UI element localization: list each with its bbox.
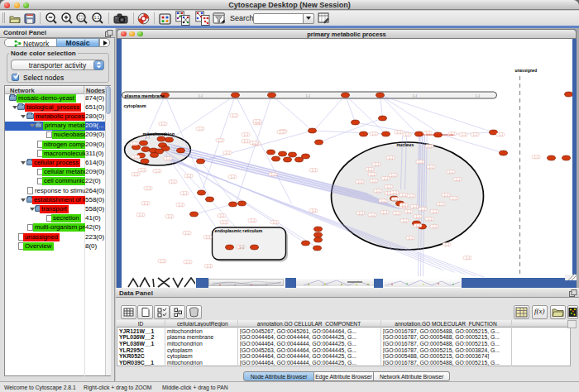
- svg-text:[....]: [....]: [271, 173, 275, 176]
- svg-text:[....]: [....]: [160, 260, 165, 263]
- svg-text:[....]: [....]: [231, 175, 235, 179]
- svg-text:[....]: [....]: [187, 174, 191, 178]
- svg-text:[....]: [....]: [433, 225, 437, 228]
- svg-text:[....]: [....]: [232, 114, 237, 117]
- svg-text:[....]: [....]: [146, 187, 151, 190]
- svg-text:[....]: [....]: [359, 212, 363, 215]
- svg-text:[....]: [....]: [462, 133, 466, 136]
- svg-text:[....]: [....]: [419, 160, 423, 164]
- svg-text:[...]: [...]: [199, 94, 203, 98]
- svg-text:[....]: [....]: [186, 261, 190, 264]
- svg-text:[....]: [....]: [439, 203, 443, 206]
- svg-text:[....]: [....]: [244, 140, 248, 143]
- svg-text:[....]: [....]: [433, 210, 437, 213]
- svg-text:[....]: [....]: [372, 132, 376, 136]
- svg-text:[...]: [...]: [240, 246, 244, 249]
- svg-text:[....]: [....]: [185, 232, 189, 235]
- svg-text:[....]: [....]: [161, 122, 165, 126]
- svg-text:[....]: [....]: [223, 221, 227, 224]
- svg-text:[....]: [....]: [428, 145, 432, 148]
- svg-text:[....]: [....]: [452, 197, 457, 200]
- svg-text:[....]: [....]: [409, 237, 413, 240]
- svg-text:[....]: [....]: [409, 194, 414, 198]
- svg-text:[....]: [....]: [402, 203, 406, 207]
- svg-text:[....]: [....]: [376, 189, 380, 193]
- svg-text:[....]: [....]: [280, 131, 284, 134]
- svg-text:[....]: [....]: [499, 133, 503, 136]
- svg-text:[...]: [...]: [476, 94, 480, 98]
- svg-text:[....]: [....]: [371, 173, 375, 176]
- svg-text:[....]: [....]: [358, 180, 362, 184]
- svg-text:endoplasmic reticulum: endoplasmic reticulum: [214, 228, 262, 233]
- svg-text:[....]: [....]: [371, 213, 375, 217]
- svg-text:[....]: [....]: [134, 155, 138, 159]
- svg-text:[....]: [....]: [534, 155, 538, 159]
- svg-text:nucleus: nucleus: [396, 142, 414, 147]
- svg-text:[....]: [....]: [393, 191, 397, 194]
- svg-text:[....]: [....]: [405, 133, 409, 136]
- svg-text:[....]: [....]: [416, 224, 420, 227]
- svg-text:[....]: [....]: [139, 213, 143, 217]
- svg-text:[....]: [....]: [132, 142, 136, 146]
- svg-text:[...]: [...]: [306, 94, 310, 98]
- svg-text:[....]: [....]: [156, 170, 160, 173]
- svg-text:[....]: [....]: [466, 256, 470, 260]
- svg-text:[....]: [....]: [413, 205, 417, 208]
- svg-text:[....]: [....]: [183, 192, 187, 195]
- svg-text:[....]: [....]: [428, 218, 432, 221]
- svg-text:[....]: [....]: [166, 157, 170, 160]
- svg-text:[....]: [....]: [134, 173, 138, 176]
- svg-text:[....]: [....]: [372, 179, 376, 183]
- svg-text:[....]: [....]: [381, 199, 385, 203]
- svg-text:plasma membrane: plasma membrane: [124, 93, 164, 98]
- svg-text:[....]: [....]: [444, 194, 448, 197]
- svg-text:[....]: [....]: [375, 163, 379, 166]
- svg-text:[....]: [....]: [449, 170, 453, 174]
- svg-text:aaa-aaaaaa-aa-aaaaaa-aaa: aaa-aaaaaa-aa-aaaaaa-aaa: [420, 133, 453, 136]
- svg-text:[....]: [....]: [407, 210, 411, 213]
- svg-text:[....]: [....]: [394, 198, 398, 201]
- svg-text:[....]: [....]: [179, 203, 183, 207]
- svg-text:1:1: 1:1: [94, 16, 100, 20]
- svg-text:[....]: [....]: [445, 243, 449, 246]
- svg-text:[....]: [....]: [384, 177, 388, 180]
- svg-text:[....]: [....]: [218, 139, 223, 142]
- svg-text:[...]: [...]: [413, 94, 417, 98]
- svg-text:unassigned: unassigned: [514, 69, 537, 73]
- svg-text:[....]: [....]: [402, 194, 406, 197]
- svg-text:[....]: [....]: [273, 221, 277, 224]
- svg-text:[....]: [....]: [199, 127, 203, 131]
- svg-text:[....]: [....]: [368, 168, 372, 171]
- svg-text:[....]: [....]: [312, 169, 316, 172]
- svg-text:[....]: [....]: [391, 174, 395, 177]
- svg-text:[....]: [....]: [383, 211, 387, 214]
- svg-text:[....]: [....]: [312, 209, 316, 213]
- svg-text:[....]: [....]: [226, 151, 230, 155]
- svg-text:[....]: [....]: [144, 202, 148, 205]
- svg-text:[....]: [....]: [403, 219, 407, 222]
- svg-text:[....]: [....]: [244, 133, 248, 136]
- svg-text:[....]: [....]: [397, 131, 401, 134]
- svg-text:[....]: [....]: [473, 133, 477, 136]
- svg-text:[....]: [....]: [387, 185, 391, 189]
- svg-text:[....]: [....]: [168, 215, 172, 218]
- svg-text:[....]: [....]: [429, 165, 433, 169]
- svg-text:[....]: [....]: [252, 141, 256, 145]
- svg-text:[....]: [....]: [456, 178, 460, 181]
- svg-text:[....]: [....]: [207, 265, 211, 268]
- svg-text:[....]: [....]: [171, 180, 175, 184]
- svg-text:[....]: [....]: [256, 120, 260, 123]
- svg-text:[....]: [....]: [251, 219, 255, 222]
- svg-text:[....]: [....]: [141, 169, 145, 172]
- svg-text:[....]: [....]: [395, 212, 400, 215]
- svg-text:[....]: [....]: [421, 208, 425, 211]
- svg-text:[...]: [...]: [146, 136, 150, 139]
- svg-text:[....]: [....]: [389, 156, 393, 160]
- svg-text:[....]: [....]: [220, 214, 224, 218]
- svg-text:cytoplasm: cytoplasm: [123, 103, 146, 108]
- svg-text:[....]: [....]: [206, 236, 210, 239]
- svg-text:[....]: [....]: [416, 215, 420, 218]
